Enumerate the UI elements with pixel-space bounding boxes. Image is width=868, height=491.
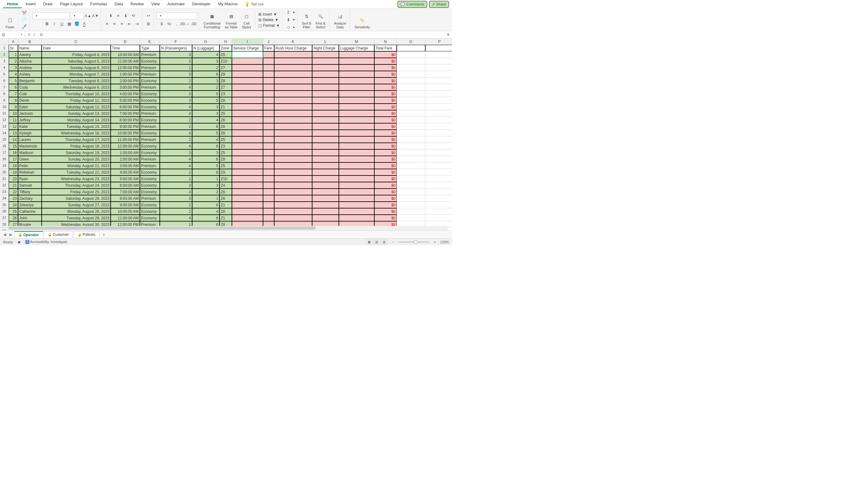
cell-total-fare[interactable]: $0 [374,136,397,143]
cell-service-charge[interactable] [232,215,263,221]
cell-luggage[interactable]: 3 [192,149,219,156]
empty-cell[interactable] [425,130,452,136]
cell-service-charge[interactable] [232,78,263,84]
col-header-M[interactable]: M [339,38,374,45]
cell-night-charge[interactable] [312,215,339,221]
header-cell[interactable]: Rush Hour Charge [274,45,312,51]
cell-name[interactable]: Derek [18,97,42,104]
cell-night-charge[interactable] [312,175,339,182]
wrap-text-icon[interactable]: ↩ [145,12,152,19]
cell-zone[interactable]: Z8 [219,156,232,163]
cell-sr[interactable]: 23 [9,195,18,202]
macro-record-icon[interactable]: ⏺ [18,240,21,244]
cell-time[interactable]: 2:00:00 AM [111,156,140,163]
cell-zone[interactable]: Z5 [219,163,232,169]
col-header-A[interactable]: A [9,38,18,45]
cancel-icon[interactable]: ✕ [27,32,31,37]
share-button[interactable]: ↗ Share [429,1,449,8]
cell-night-charge[interactable] [312,156,339,163]
cell-zone[interactable]: Z5 [219,136,232,143]
cell-service-charge[interactable] [232,117,263,123]
cell-time[interactable]: 1:00:00 PM [111,71,140,78]
cell-time[interactable]: 6:00:00 AM [111,182,140,189]
tab-formulas[interactable]: Formulas [86,0,111,8]
cell-luggage-charge[interactable] [339,104,374,110]
row-header-19[interactable]: 19 [0,163,9,169]
empty-cell[interactable] [397,156,425,163]
empty-cell[interactable] [397,71,425,78]
cell-name[interactable]: Peter [18,163,42,169]
cell-service-charge[interactable] [232,163,263,169]
empty-cell[interactable] [397,189,425,195]
cell-zone[interactable]: Z10 [219,175,232,182]
underline-icon[interactable]: U [58,21,65,27]
empty-cell[interactable] [425,149,452,156]
cell-night-charge[interactable] [312,195,339,202]
percent-icon[interactable]: % [166,21,173,27]
cell-date[interactable]: Tuesday, August 22, 2023 [42,169,111,175]
cell-luggage[interactable]: 6 [192,202,219,208]
row-header-18[interactable]: 18 [0,156,9,163]
cell-sr[interactable]: 17 [9,156,18,163]
cell-rush-hour[interactable] [274,156,312,163]
cell-night-charge[interactable] [312,71,339,78]
cell-luggage-charge[interactable] [339,215,374,221]
cell-sr[interactable]: 11 [9,117,18,123]
cell-total-fare[interactable]: $0 [374,156,397,163]
row-header-13[interactable]: 13 [0,123,9,130]
cell-date[interactable]: Tuesday, August 8, 2023 [42,78,111,84]
cell-date[interactable]: Sunday, August 20, 2023 [42,156,111,163]
align-right-icon[interactable]: ≡ [119,21,125,27]
col-header-C[interactable]: C [42,38,111,45]
cell-rush-hour[interactable] [274,117,312,123]
cell-type[interactable]: Economy [140,91,160,97]
cell-time[interactable]: 5:00:00 PM [111,97,140,104]
merge-icon[interactable]: ⊞ [145,21,152,27]
header-cell[interactable]: Service Charge [232,45,263,51]
header-cell[interactable]: Name [18,45,42,51]
page-layout-view-icon[interactable]: ▤ [373,239,380,244]
cell-passengers[interactable]: 2 [160,117,192,123]
cell-date[interactable]: Tuesday, August 15, 2023 [42,123,111,130]
cell-time[interactable]: 12:00:00 PM [111,64,140,71]
cell-name[interactable]: Katie [18,123,42,130]
border-icon[interactable]: ▦ [66,21,73,27]
cell-luggage[interactable]: 3 [192,182,219,189]
cell-name[interactable]: Tiffany [18,189,42,195]
empty-cell[interactable] [397,182,425,189]
cell-rush-hour[interactable] [274,78,312,84]
cell-time[interactable]: 8:00:00 AM [111,195,140,202]
cell-luggage-charge[interactable] [339,189,374,195]
cell-passengers[interactable]: 2 [160,123,192,130]
clear-icon[interactable]: ◇ [285,24,292,31]
cell-time[interactable]: 9:00:00 AM [111,202,140,208]
empty-cell[interactable] [425,104,452,110]
empty-cell[interactable] [397,123,425,130]
tab-developer[interactable]: Developer [188,0,214,8]
cell-date[interactable]: Monday, August 28, 2023 [42,208,111,215]
empty-cell[interactable] [425,143,452,149]
cell-luggage-charge[interactable] [339,58,374,64]
cell-night-charge[interactable] [312,97,339,104]
cell-sr[interactable]: 25 [9,208,18,215]
cell-type[interactable]: Economy [140,149,160,156]
cell-type[interactable]: Economy [140,97,160,104]
cell-total-fare[interactable]: $0 [374,117,397,123]
row-header-15[interactable]: 15 [0,136,9,143]
cell-type[interactable]: Economy [140,202,160,208]
select-all-corner[interactable] [0,38,9,45]
cell-zone[interactable]: Z7 [219,64,232,71]
cell-date[interactable]: Saturday, August 12, 2023 [42,104,111,110]
row-header-1[interactable]: 1 [0,45,9,51]
cell-sr[interactable]: 16 [9,149,18,156]
cell-rush-hour[interactable] [274,163,312,169]
cell-zone[interactable]: Z1 [219,104,232,110]
col-header-P[interactable]: P [425,38,452,45]
italic-icon[interactable]: I [51,21,58,27]
empty-cell[interactable] [425,156,452,163]
cell-zone[interactable]: Z5 [219,149,232,156]
tab-automate[interactable]: Automate [163,0,188,8]
cell-luggage[interactable]: 4 [192,51,219,58]
empty-cell[interactable] [425,189,452,195]
header-cell[interactable]: N (Luggage) [192,45,219,51]
